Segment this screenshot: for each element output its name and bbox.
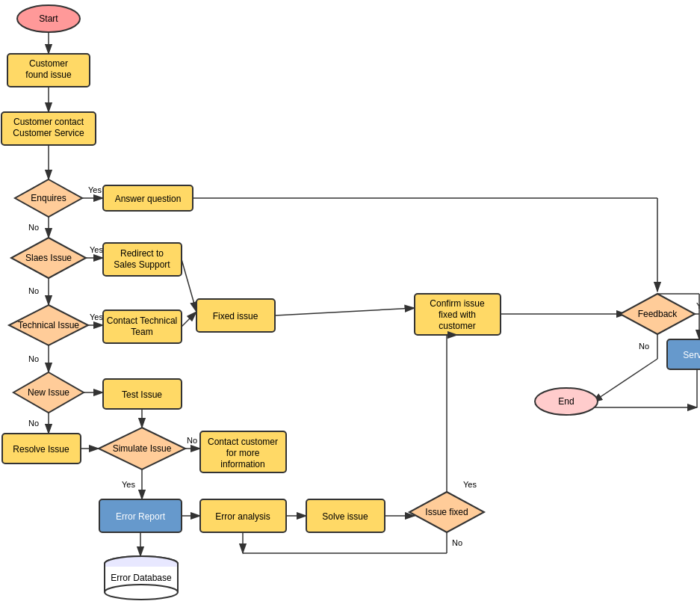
svg-point-76	[105, 585, 178, 600]
solve-issue-label: Solve issue	[322, 511, 368, 522]
simulate-no: No	[187, 436, 197, 445]
svg-text:Team: Team	[131, 327, 152, 337]
svg-text:Customer Service: Customer Service	[13, 128, 84, 138]
simulate-yes: Yes	[122, 480, 135, 489]
end-label: End	[558, 396, 574, 407]
svg-text:found issue: found issue	[25, 70, 72, 80]
svg-line-19	[182, 259, 196, 312]
error-database-label: Error Database	[111, 573, 172, 583]
enquires-label: Enquires	[31, 193, 66, 203]
simulate-issue-label: Simulate Issue	[113, 443, 172, 454]
resolve-issue-label: Resolve Issue	[13, 444, 69, 455]
slaes-no: No	[28, 286, 39, 295]
new-issue-label: New Issue	[28, 387, 69, 398]
technical-issue-label: Technical Issue	[18, 320, 79, 330]
svg-line-25	[182, 312, 196, 327]
svg-text:Sales Support: Sales Support	[114, 259, 170, 270]
technical-no: No	[28, 354, 39, 363]
enquires-no: No	[28, 223, 39, 232]
enquires-yes: Yes	[88, 185, 102, 194]
new-issue-no: No	[28, 419, 39, 428]
redirect-sales-label: Redirect to	[120, 248, 164, 259]
technical-yes: Yes	[90, 312, 103, 321]
svg-text:information: information	[220, 459, 264, 469]
issue-fixed-yes: Yes	[463, 480, 477, 489]
customer-contact-label: Customer contact	[13, 117, 84, 127]
error-report-label: Error Report	[116, 511, 166, 522]
feedback-label: Feedback	[638, 309, 678, 319]
svg-text:customer: customer	[439, 321, 475, 331]
survey-label: Servey	[683, 350, 700, 360]
feedback-no: No	[639, 342, 649, 351]
confirm-issue-label: Confirm issue	[430, 298, 485, 309]
svg-rect-73	[105, 564, 178, 567]
svg-line-39	[592, 359, 657, 402]
contact-technical-label: Contact Technical	[107, 315, 178, 326]
issue-fixed-no: No	[452, 538, 462, 547]
test-issue-label: Test Issue	[122, 389, 162, 400]
issue-fixed-label: Issue fixed	[425, 507, 468, 517]
answer-question-label: Answer question	[115, 194, 182, 204]
svg-text:for more: for more	[226, 448, 260, 458]
start-label: Start	[39, 13, 58, 24]
svg-line-27	[275, 308, 415, 315]
error-analysis-label: Error analysis	[215, 511, 270, 522]
customer-found-label: Customer	[29, 58, 68, 69]
slaes-issue-label: Slaes Issue	[25, 253, 72, 263]
contact-customer-label: Contact customer	[208, 437, 278, 447]
slaes-yes: Yes	[90, 245, 103, 254]
fixed-issue-label: Fixed issue	[213, 311, 258, 321]
svg-text:fixed with: fixed with	[439, 309, 476, 320]
